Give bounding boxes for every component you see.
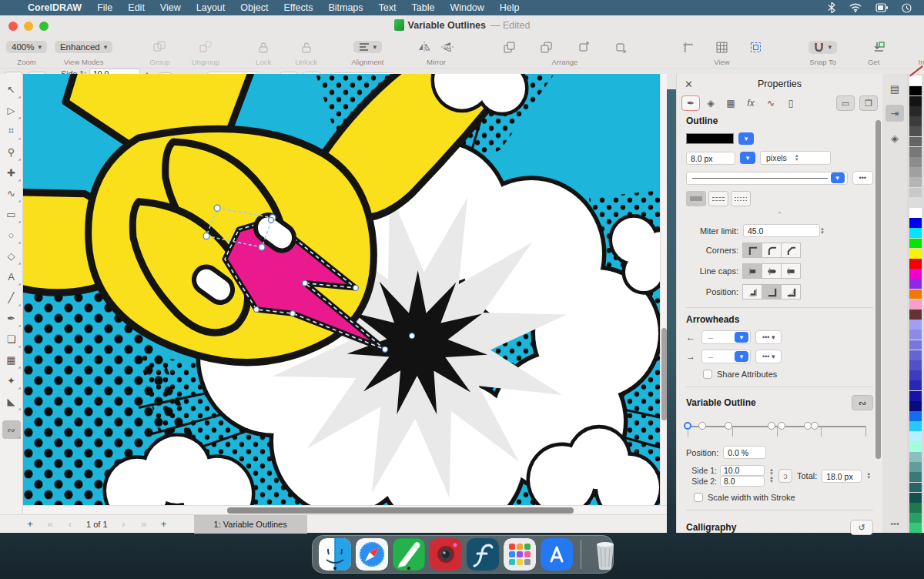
vo-sides-stepper[interactable]: ▲▼▲▼ <box>769 468 774 484</box>
menu-coreldraw[interactable]: CorelDRAW <box>20 0 89 15</box>
crop-tool[interactable]: ⌗ <box>2 122 21 140</box>
zoom-level-dropdown[interactable]: 400%▾ <box>6 41 47 53</box>
palette-swatch-4[interactable] <box>909 116 922 126</box>
palette-swatch-24[interactable] <box>909 320 922 330</box>
vo-side1-input[interactable]: 10.0 <box>720 465 765 476</box>
palette-swatch-29[interactable] <box>909 370 922 380</box>
drawing-canvas[interactable] <box>23 74 667 505</box>
pick-tool[interactable]: ↖ <box>2 80 21 99</box>
outline-color-dropdown[interactable]: ▾ <box>738 132 754 145</box>
palette-swatch-32[interactable] <box>909 401 922 411</box>
clock-icon[interactable] <box>902 3 912 13</box>
palette-swatch-14[interactable] <box>909 218 922 228</box>
mesh-fill-tool[interactable]: ▦ <box>2 350 21 369</box>
outline-width-input[interactable]: 8.0 px <box>686 152 735 165</box>
variable-outline-slider[interactable] <box>686 417 873 440</box>
menu-effects[interactable]: Effects <box>276 0 320 15</box>
position-outside-button[interactable] <box>781 284 801 300</box>
to-back-icon[interactable] <box>537 38 554 55</box>
palette-swatch-37[interactable] <box>909 452 922 462</box>
vo-handle-0[interactable] <box>684 422 691 430</box>
dock-trash[interactable] <box>589 538 621 571</box>
v-scroll-thumb[interactable] <box>661 328 667 420</box>
position-center-button[interactable] <box>762 284 782 300</box>
cap-square-button[interactable] <box>781 263 801 279</box>
vo-handle-4[interactable] <box>778 422 785 430</box>
palette-swatch-39[interactable] <box>909 472 922 482</box>
palette-swatch-42[interactable] <box>909 503 922 513</box>
palette-swatch-17[interactable] <box>909 249 922 259</box>
wifi-icon[interactable] <box>849 3 862 12</box>
drop-shadow-tool[interactable]: ❏ <box>2 330 21 348</box>
palette-swatch-3[interactable] <box>909 106 922 116</box>
dock-coreldraw[interactable] <box>393 538 425 571</box>
palette-swatch-30[interactable] <box>909 380 922 390</box>
palette-swatch-22[interactable] <box>909 300 922 310</box>
palette-swatch-7[interactable] <box>909 147 922 157</box>
to-front-icon[interactable] <box>500 38 517 55</box>
canvas-vertical-scrollbar[interactable] <box>660 74 667 505</box>
collapse-panel-icon[interactable]: ⇥ <box>886 105 904 122</box>
shape-tool[interactable]: ▷ <box>2 101 21 119</box>
outline-color-swatch[interactable] <box>686 133 734 144</box>
mirror-vertical-icon[interactable] <box>439 38 456 55</box>
last-page-button[interactable]: » <box>134 518 154 530</box>
palette-swatch-16[interactable] <box>909 239 922 249</box>
style-preset-solid[interactable] <box>686 191 706 206</box>
palette-swatch-1[interactable] <box>909 86 922 96</box>
panel-close-button[interactable]: ✕ <box>685 79 693 90</box>
palette-swatch-15[interactable] <box>909 228 922 238</box>
menu-view[interactable]: View <box>152 0 189 15</box>
page-tab[interactable]: 1: Variable Outlines <box>194 515 307 534</box>
tab-curve[interactable]: ∿ <box>762 95 780 111</box>
tab-effects[interactable]: fx <box>742 95 760 111</box>
line-tool[interactable]: ╱ <box>2 288 21 306</box>
connector-tool[interactable]: ∿ <box>2 184 21 202</box>
outline-style-more-button[interactable]: ••• <box>852 171 873 185</box>
vo-total-stepper[interactable]: ▲▼ <box>866 472 871 480</box>
bluetooth-icon[interactable] <box>828 2 835 13</box>
text-tool[interactable]: A <box>2 267 21 286</box>
vo-handle-6[interactable] <box>811 422 819 430</box>
first-page-button[interactable]: « <box>40 518 60 530</box>
palette-swatch-12[interactable] <box>909 198 922 208</box>
prev-page-button[interactable]: ‹ <box>60 518 80 530</box>
ungroup-button[interactable]: Ungroup <box>192 35 219 66</box>
vo-handle-5[interactable] <box>804 422 812 430</box>
corner-bevel-button[interactable] <box>781 243 801 258</box>
grid-icon[interactable] <box>713 38 730 55</box>
dock-safari[interactable] <box>356 538 388 571</box>
palette-swatch-43[interactable] <box>909 513 922 523</box>
palette-swatch-21[interactable] <box>909 290 922 300</box>
palette-swatch-8[interactable] <box>909 157 922 167</box>
menu-table[interactable]: Table <box>403 0 442 15</box>
vo-side2-input[interactable]: 8.0 <box>720 476 765 487</box>
variable-outline-tool[interactable]: ∾ <box>2 420 21 439</box>
tab-fill[interactable]: ◈ <box>701 95 720 111</box>
style-preset-dotted[interactable] <box>731 191 751 206</box>
next-page-button[interactable]: › <box>114 518 134 530</box>
rectangle-tool[interactable]: ▭ <box>2 205 21 223</box>
polygon-tool[interactable]: ◇ <box>2 246 21 265</box>
add-page-button[interactable]: + <box>20 518 40 530</box>
page-border-icon[interactable] <box>747 38 764 55</box>
vo-total-input[interactable]: 18.0 px <box>822 470 862 483</box>
palette-swatch-13[interactable] <box>909 208 922 218</box>
view-mode-dropdown[interactable]: Enhanced▾ <box>55 41 112 53</box>
outline-width-dropdown[interactable]: ▾ <box>740 152 755 164</box>
menu-text[interactable]: Text <box>371 0 404 15</box>
vo-handle-1[interactable] <box>698 422 706 430</box>
outline-units-select[interactable]: pixels▲▼ <box>760 151 831 165</box>
menu-file[interactable]: File <box>89 0 120 15</box>
cap-round-button[interactable] <box>762 263 782 279</box>
palette-swatch-2[interactable] <box>909 96 922 106</box>
menu-help[interactable]: Help <box>492 0 527 15</box>
share-attributes-checkbox[interactable] <box>703 370 712 379</box>
menu-layout[interactable]: Layout <box>189 0 233 15</box>
position-inside-button[interactable] <box>742 284 762 300</box>
snap-to-dropdown[interactable]: ▾ <box>808 41 837 54</box>
eyedropper-tool[interactable]: ✦ <box>2 371 21 390</box>
scale-width-checkbox[interactable] <box>694 493 703 502</box>
freehand-tool[interactable]: ✚ <box>2 163 21 182</box>
palette-swatch-27[interactable] <box>909 350 922 360</box>
